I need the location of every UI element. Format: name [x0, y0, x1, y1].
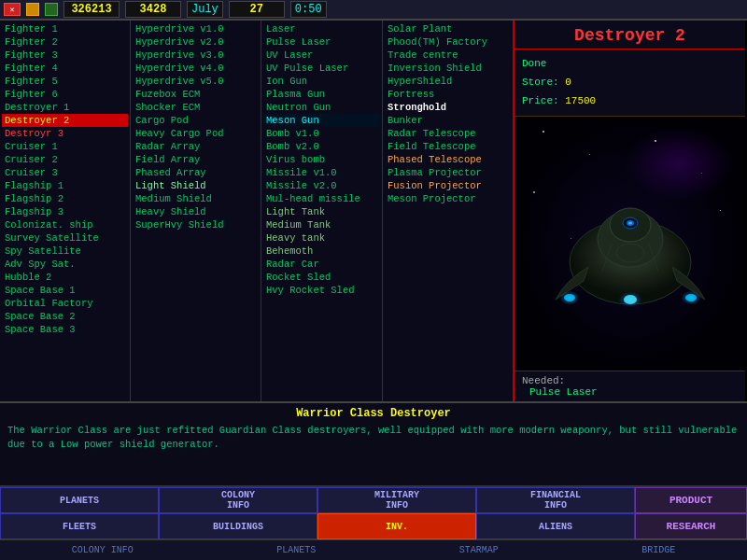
- weapon-item-20[interactable]: Hvy Rocket Sled: [263, 284, 380, 297]
- weapon-item-6[interactable]: Neutron Gun: [263, 101, 380, 114]
- structure-item-1[interactable]: Phood(TM) Factory: [385, 35, 511, 49]
- equipment-item-14[interactable]: Heavy Shield: [133, 205, 259, 218]
- ship-item-4[interactable]: Fighter 4: [2, 62, 128, 75]
- weapon-item-17[interactable]: Behemoth: [263, 245, 380, 258]
- bottom-nav: PLANETS COLONYINFO MILITARYINFO FINANCIA…: [0, 485, 747, 539]
- ship-item-7[interactable]: Destroyer 1: [2, 101, 128, 114]
- equipment-item-12[interactable]: Light Shield: [133, 179, 259, 192]
- starmap-tab[interactable]: STARMAP: [450, 543, 508, 557]
- structure-item-3[interactable]: Inversion Shield: [385, 62, 511, 75]
- equipment-item-5[interactable]: Fuzebox ECM: [133, 88, 259, 101]
- ship-item-15[interactable]: Flagship 3: [2, 205, 128, 218]
- resource2-display: 3428: [125, 1, 181, 18]
- structure-item-12[interactable]: Fusion Projector: [385, 179, 511, 192]
- weapon-item-12[interactable]: Missile v2.0: [263, 179, 380, 192]
- structure-item-8[interactable]: Radar Telescope: [385, 127, 511, 140]
- weapon-item-11[interactable]: Missile v1.0: [263, 166, 380, 179]
- structure-item-11[interactable]: Plasma Projector: [385, 166, 511, 179]
- description-title: Warrior Class Destroyer: [7, 407, 740, 420]
- ship-item-24[interactable]: Space Base 3: [2, 323, 128, 336]
- structure-item-9[interactable]: Field Telescope: [385, 140, 511, 153]
- ship-item-22[interactable]: Orbital Factory: [2, 297, 128, 310]
- equipment-item-11[interactable]: Phased Array: [133, 166, 259, 179]
- structure-item-0[interactable]: Solar Plant: [385, 22, 511, 35]
- equipment-item-0[interactable]: Hyperdrive v1.0: [133, 22, 259, 35]
- weapon-item-0[interactable]: Laser: [263, 22, 380, 35]
- planets-button[interactable]: PLANETS: [0, 487, 159, 513]
- weapon-item-8[interactable]: Bomb v1.0: [263, 127, 380, 140]
- weapon-item-13[interactable]: Mul-head missile: [263, 192, 380, 205]
- structure-item-7[interactable]: Bunker: [385, 114, 511, 127]
- ship-item-9[interactable]: Destroyr 3: [2, 127, 128, 140]
- weapon-item-3[interactable]: UV Pulse Laser: [263, 62, 380, 75]
- colony-info-tab[interactable]: COLONY INFO: [63, 543, 143, 557]
- inv-button[interactable]: INV.: [317, 513, 476, 539]
- ship-item-1[interactable]: Fighter 1: [2, 22, 128, 35]
- product-button[interactable]: PRODUCT: [635, 487, 747, 513]
- ship-list: Fighter 1Fighter 2Fighter 3Fighter 4Figh…: [0, 21, 131, 401]
- equipment-item-15[interactable]: SuperHvy Shield: [133, 218, 259, 231]
- ship-item-20[interactable]: Hubble 2: [2, 271, 128, 284]
- weapon-item-4[interactable]: Ion Gun: [263, 75, 380, 88]
- weapon-item-18[interactable]: Radar Car: [263, 258, 380, 271]
- equipment-item-10[interactable]: Field Array: [133, 153, 259, 166]
- close-btn[interactable]: ✕: [4, 3, 21, 16]
- weapon-item-10[interactable]: Virus bomb: [263, 153, 380, 166]
- weapon-item-15[interactable]: Medium Tank: [263, 218, 380, 231]
- needed-panel: Needed: Pulse Laser: [514, 371, 745, 401]
- ship-item-21[interactable]: Space Base 1: [2, 284, 128, 297]
- weapon-item-19[interactable]: Rocket Sled: [263, 271, 380, 284]
- planets-tab[interactable]: PLANETS: [267, 543, 325, 557]
- structure-item-2[interactable]: Trade centre: [385, 49, 511, 62]
- ship-item-23[interactable]: Space Base 2: [2, 310, 128, 323]
- equipment-item-1[interactable]: Hyperdrive v2.0: [133, 35, 259, 49]
- structure-item-6[interactable]: Stronghold: [385, 101, 511, 114]
- ship-item-17[interactable]: Survey Satellite: [2, 231, 128, 245]
- military-info-button[interactable]: MILITARYINFO: [317, 487, 476, 513]
- weapon-item-9[interactable]: Bomb v2.0: [263, 140, 380, 153]
- weapon-item-1[interactable]: Pulse Laser: [263, 35, 380, 49]
- ship-item-14[interactable]: Flagship 2: [2, 192, 128, 205]
- ship-item-19[interactable]: Adv Spy Sat.: [2, 258, 128, 271]
- fleets-button[interactable]: FLEETS: [0, 513, 159, 539]
- ship-item-3[interactable]: Fighter 3: [2, 49, 128, 62]
- structure-item-10[interactable]: Phased Telescope: [385, 153, 511, 166]
- bridge-tab[interactable]: BRIDGE: [632, 543, 684, 557]
- ship-item-6[interactable]: Fighter 6: [2, 88, 128, 101]
- equipment-item-2[interactable]: Hyperdrive v3.0: [133, 49, 259, 62]
- equipment-item-7[interactable]: Cargo Pod: [133, 114, 259, 127]
- ship-item-13[interactable]: Flagship 1: [2, 179, 128, 192]
- financial-info-button[interactable]: FINANCIALINFO: [476, 487, 635, 513]
- equipment-item-9[interactable]: Radar Array: [133, 140, 259, 153]
- status-label: Done: [522, 58, 546, 69]
- weapon-item-14[interactable]: Light Tank: [263, 205, 380, 218]
- svg-point-11: [628, 222, 632, 225]
- ship-item-16[interactable]: Colonizat. ship: [2, 218, 128, 231]
- structure-item-4[interactable]: HyperShield: [385, 75, 511, 88]
- weapon-item-7[interactable]: Meson Gun: [263, 114, 380, 127]
- equipment-item-3[interactable]: Hyperdrive v4.0: [133, 62, 259, 75]
- ship-item-10[interactable]: Cruiser 1: [2, 140, 128, 153]
- ship-item-2[interactable]: Fighter 2: [2, 35, 128, 49]
- weapon-item-5[interactable]: Plasma Gun: [263, 88, 380, 101]
- structure-item-13[interactable]: Meson Projector: [385, 192, 511, 205]
- ship-item-12[interactable]: Cruiser 3: [2, 166, 128, 179]
- weapon-item-2[interactable]: UV Laser: [263, 49, 380, 62]
- ship-item-5[interactable]: Fighter 5: [2, 75, 128, 88]
- structure-item-5[interactable]: Fortress: [385, 88, 511, 101]
- description-text: The Warrior Class are just refitted Guar…: [7, 424, 740, 451]
- nav-row-1: PLANETS COLONYINFO MILITARYINFO FINANCIA…: [0, 487, 747, 513]
- equipment-item-8[interactable]: Heavy Cargo Pod: [133, 127, 259, 140]
- buildings-button[interactable]: BUILDINGS: [159, 513, 317, 539]
- equipment-item-4[interactable]: Hyperdrive v5.0: [133, 75, 259, 88]
- equipment-item-6[interactable]: Shocker ECM: [133, 101, 259, 114]
- ship-item-8[interactable]: Destroyer 2: [2, 114, 128, 127]
- ship-item-18[interactable]: Spy Satellite: [2, 245, 128, 258]
- store-label: Store:: [522, 77, 565, 88]
- aliens-button[interactable]: ALIENS: [476, 513, 635, 539]
- weapon-item-16[interactable]: Heavy tank: [263, 231, 380, 245]
- colony-info-button[interactable]: COLONYINFO: [159, 487, 317, 513]
- equipment-item-13[interactable]: Medium Shield: [133, 192, 259, 205]
- research-button[interactable]: RESEARCH: [635, 513, 747, 539]
- ship-item-11[interactable]: Cruiser 2: [2, 153, 128, 166]
